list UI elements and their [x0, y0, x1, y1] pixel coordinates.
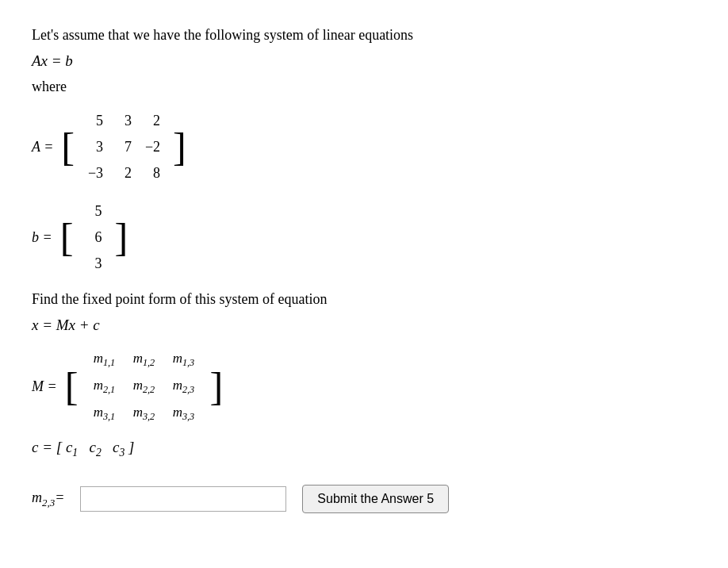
matrix-M-label: M = [32, 378, 57, 395]
vector-b-bracket: 5 6 3 [60, 195, 128, 279]
answer-input[interactable] [80, 486, 286, 512]
matrix-A-row2: 3 7 −2 [81, 134, 167, 160]
cell-A-1-2: 3 [109, 108, 138, 134]
vector-c-display: c = [ c1 c2 c3 ] [32, 436, 696, 461]
cell-b-1: 5 [79, 198, 108, 225]
answer-section: m2,3= Submit the Answer 5 [32, 485, 696, 513]
cell-b-3: 3 [79, 251, 108, 277]
matrix-A-bracket: 5 3 2 3 7 −2 −3 2 8 [61, 105, 186, 189]
cell-A-2-1: 3 [81, 134, 109, 160]
matrix-A-row1: 5 3 2 [81, 108, 167, 134]
matrix-M-bracket: m1,1 m1,2 m1,3 m2,1 m2,2 m2,3 m3,1 m3,2 … [65, 343, 224, 430]
answer-label: m2,3= [32, 489, 64, 509]
matrix-M-container: M = m1,1 m1,2 m1,3 m2,1 m2,2 m2,3 m3,1 m… [32, 343, 696, 430]
submit-button[interactable]: Submit the Answer 5 [302, 485, 449, 513]
cell-A-3-3: 8 [138, 160, 167, 186]
matrix-A-body: 5 3 2 3 7 −2 −3 2 8 [75, 105, 173, 189]
cell-M-2-2: m2,2 [124, 373, 163, 400]
matrix-A-row3: −3 2 8 [81, 160, 167, 186]
where-text: where [32, 75, 696, 98]
vector-b-label: b = [32, 229, 52, 246]
eq-ax-b: Ax = b [32, 50, 696, 73]
find-text: Find the fixed point form of this system… [32, 288, 696, 311]
matrix-M-row2: m2,1 m2,2 m2,3 [84, 373, 203, 400]
vector-b-row1: 5 [79, 198, 108, 225]
cell-M-1-3: m1,3 [163, 346, 203, 373]
vector-b-row2: 6 [79, 225, 108, 251]
intro-line1: Let's assume that we have the following … [32, 24, 696, 47]
matrix-A-label: A = [32, 139, 53, 155]
cell-A-3-1: −3 [81, 160, 109, 186]
bracket-left-A [61, 105, 75, 189]
cell-A-2-2: 7 [109, 134, 138, 160]
bracket-right-b [114, 195, 128, 279]
cell-M-3-2: m3,2 [124, 400, 163, 427]
matrix-M-row3: m3,1 m3,2 m3,3 [84, 400, 203, 427]
bracket-left-b [60, 195, 74, 279]
bracket-left-M [65, 343, 79, 430]
cell-M-3-3: m3,3 [163, 400, 203, 427]
cell-M-1-1: m1,1 [84, 346, 124, 373]
eq-fixed: x = Mx + c [32, 314, 696, 337]
cell-M-2-3: m2,3 [163, 373, 203, 400]
matrix-M-body: m1,1 m1,2 m1,3 m2,1 m2,2 m2,3 m3,1 m3,2 … [78, 343, 209, 430]
bracket-right-M [209, 343, 223, 430]
cell-M-1-2: m1,2 [124, 346, 163, 373]
bracket-right-A [173, 105, 186, 189]
cell-M-3-1: m3,1 [84, 400, 124, 427]
cell-M-2-1: m2,1 [84, 373, 124, 400]
matrix-M-row1: m1,1 m1,2 m1,3 [84, 346, 203, 373]
cell-b-2: 6 [79, 225, 108, 251]
matrix-A-container: A = 5 3 2 3 7 −2 −3 2 8 [32, 105, 696, 189]
vector-b-row3: 3 [79, 251, 108, 277]
main-content: Let's assume that we have the following … [32, 24, 696, 513]
cell-A-3-2: 2 [109, 160, 138, 186]
vector-b-body: 5 6 3 [73, 195, 114, 279]
vector-b-container: b = 5 6 3 [32, 195, 696, 279]
cell-A-1-1: 5 [81, 108, 109, 134]
cell-A-1-3: 2 [138, 108, 167, 134]
cell-A-2-3: −2 [138, 134, 167, 160]
